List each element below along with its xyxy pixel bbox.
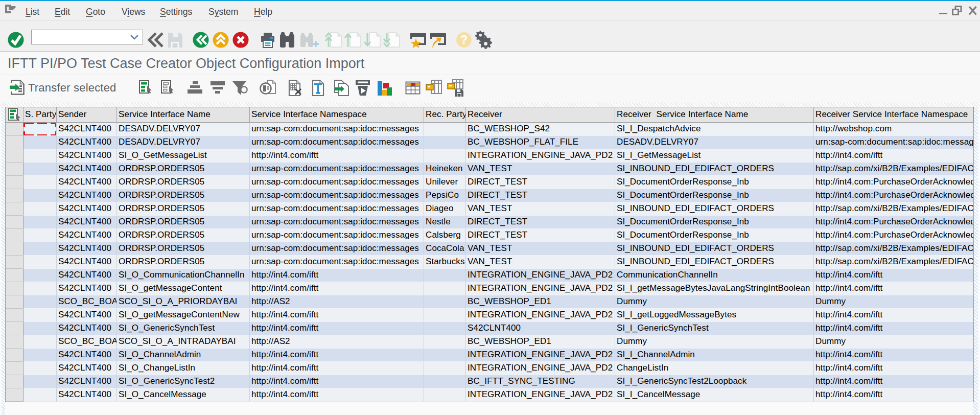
svg-text:?: ? [460,33,468,47]
